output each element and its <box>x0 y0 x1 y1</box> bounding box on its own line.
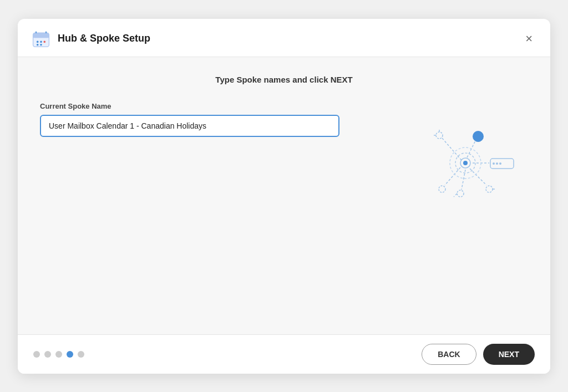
right-panel <box>406 102 528 218</box>
svg-point-22 <box>486 186 493 192</box>
hub-spoke-diagram <box>412 108 523 218</box>
svg-point-4 <box>40 40 42 43</box>
svg-point-6 <box>37 44 39 46</box>
modal-dialog: Hub & Spoke Setup × Type Spoke names and… <box>18 19 550 374</box>
progress-dot-2 <box>44 351 51 358</box>
back-button[interactable]: BACK <box>422 344 476 365</box>
modal-header: Hub & Spoke Setup × <box>18 19 550 57</box>
svg-point-32 <box>463 161 468 165</box>
progress-dot-3 <box>55 351 62 358</box>
svg-point-3 <box>37 40 39 43</box>
subtitle-text: Type Spoke names and click NEXT <box>40 75 528 84</box>
field-label: Current Spoke Name <box>40 102 384 110</box>
svg-point-5 <box>44 40 46 43</box>
close-button[interactable]: × <box>521 30 537 47</box>
calendar-icon <box>31 29 51 49</box>
modal-title: Hub & Spoke Setup <box>58 33 150 44</box>
progress-dots <box>33 351 84 358</box>
progress-dot-1 <box>33 351 40 358</box>
modal-body: Type Spoke names and click NEXT Current … <box>18 57 550 334</box>
svg-point-7 <box>40 44 42 46</box>
spoke-name-input[interactable] <box>40 115 339 137</box>
svg-point-25 <box>457 190 464 197</box>
content-area: Current Spoke Name <box>40 102 528 218</box>
progress-dot-4 <box>67 351 73 358</box>
progress-dot-5 <box>78 351 84 358</box>
svg-point-18 <box>493 162 495 165</box>
svg-rect-2 <box>33 35 49 38</box>
svg-line-10 <box>442 138 462 160</box>
svg-point-28 <box>439 186 445 192</box>
svg-point-11 <box>436 132 443 139</box>
svg-line-14 <box>467 141 475 157</box>
header-left: Hub & Spoke Setup <box>31 29 150 49</box>
next-button[interactable]: NEXT <box>483 344 535 365</box>
modal-footer: BACK NEXT <box>18 334 550 374</box>
svg-line-26 <box>454 194 457 197</box>
left-panel: Current Spoke Name <box>40 102 384 137</box>
svg-point-19 <box>496 162 498 165</box>
svg-point-15 <box>473 131 484 142</box>
svg-point-20 <box>499 162 501 165</box>
footer-buttons: BACK NEXT <box>422 344 535 365</box>
